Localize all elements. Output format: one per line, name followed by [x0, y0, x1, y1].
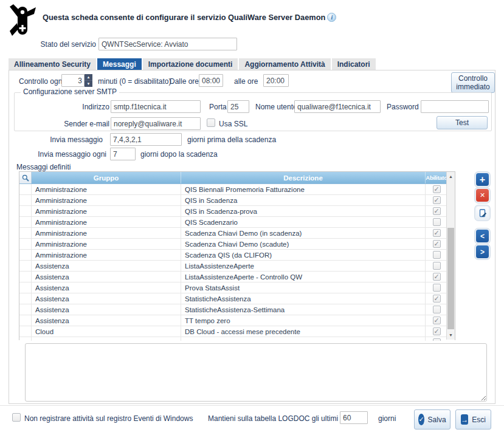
days-after-input[interactable]: [110, 148, 136, 160]
row-enabled-checkbox[interactable]: [433, 218, 441, 226]
cell-gruppo: Amministrazione: [32, 206, 181, 216]
cell-descrizione: Scadenza Chiavi Demo (scadute): [181, 239, 426, 249]
table-row[interactable]: Amministrazione QIS Biennali Promemoria …: [19, 184, 455, 195]
row-enabled-checkbox[interactable]: [433, 284, 441, 292]
cell-descrizione: QIS Scadenzario: [181, 217, 426, 227]
delete-message-button[interactable]: ✕: [476, 189, 489, 202]
cell-abilitato: ✓: [426, 326, 447, 337]
check-every-stepper[interactable]: ▲ ▼: [85, 74, 92, 87]
table-row[interactable]: Amministrazione QIS in Scadenza-prova ✓: [19, 206, 455, 217]
add-message-button[interactable]: +: [476, 173, 489, 186]
row-selector-cell: [19, 272, 32, 282]
table-row[interactable]: Cloud DB Cloud - accessi mese precedente…: [19, 326, 455, 337]
cell-descrizione: StatisticheAssistenza-Settimana: [181, 304, 426, 315]
move-right-button[interactable]: >: [476, 245, 489, 258]
cell-gruppo: Amministrazione: [32, 195, 181, 205]
column-header-abilitato[interactable]: Abilitato: [426, 172, 447, 183]
info-icon[interactable]: i: [327, 13, 336, 22]
row-enabled-checkbox[interactable]: [433, 262, 441, 270]
chevron-right-icon: >: [480, 248, 485, 256]
days-before-suffix: giorni prima della scadenza: [187, 135, 276, 144]
tab-allineamento-security[interactable]: Allineamento Security: [9, 58, 96, 71]
check-every-input[interactable]: [61, 74, 85, 87]
tab-messaggi[interactable]: Messaggi: [97, 58, 142, 71]
days-after-label: Invia messaggio ogni: [13, 150, 106, 159]
table-row[interactable]: Amministrazione Scadenza Chiavi Demo (in…: [19, 228, 455, 239]
row-enabled-checkbox[interactable]: ✓: [433, 185, 441, 193]
no-event-log-checkbox[interactable]: [12, 413, 21, 422]
service-status-field[interactable]: [98, 38, 237, 50]
cell-descrizione: [181, 337, 426, 341]
messaggi-tab-panel: Controllo ogni ▲ ▼ minuti (0 = disabilit…: [9, 70, 495, 404]
column-header-gruppo[interactable]: Gruppo: [32, 172, 181, 183]
smtp-legend: Configurazione server SMTP: [21, 87, 119, 96]
cell-descrizione: QIS in Scadenza-prova: [181, 206, 426, 216]
tab-importazione-documenti[interactable]: Importazione documenti: [143, 58, 238, 71]
sender-email-input[interactable]: [111, 117, 201, 130]
cell-descrizione: TT tempo zero: [181, 315, 426, 326]
table-row[interactable]: Amministrazione QIS in Scadenza ✓: [19, 195, 455, 206]
scrollbar-thumb[interactable]: [447, 228, 454, 329]
table-row[interactable]: Assistenza StatisticheAssistenza ✓: [19, 293, 455, 304]
smtp-password-input[interactable]: [421, 100, 489, 113]
from-hour-input[interactable]: [199, 74, 223, 87]
messages-section-label: Messaggi definiti: [16, 163, 71, 171]
table-row[interactable]: [19, 337, 455, 341]
copy-message-button[interactable]: [476, 207, 489, 219]
days-before-input[interactable]: [110, 133, 182, 146]
table-row[interactable]: Amministrazione Scadenza Chiavi Demo (sc…: [19, 239, 455, 250]
check-circle-icon: ✓: [418, 414, 424, 425]
row-enabled-checkbox[interactable]: [433, 306, 441, 313]
table-scrollbar[interactable]: ▲ ▼: [446, 172, 455, 340]
message-notes-textarea[interactable]: [25, 343, 487, 402]
use-ssl-label: Usa SSL: [219, 120, 247, 128]
save-button[interactable]: ✓ Salva: [414, 409, 450, 429]
column-header-descrizione[interactable]: Descrizione: [181, 172, 426, 183]
row-enabled-checkbox[interactable]: ✓: [433, 327, 441, 335]
move-left-button[interactable]: <: [476, 230, 489, 242]
table-row[interactable]: Amministrazione QIS Scadenzario: [19, 217, 455, 228]
cell-gruppo: Amministrazione: [32, 250, 181, 260]
cell-abilitato: [426, 217, 447, 227]
row-enabled-checkbox[interactable]: ✓: [433, 273, 441, 281]
filter-button[interactable]: [19, 172, 32, 183]
smtp-user-input[interactable]: [294, 100, 381, 113]
table-row[interactable]: Assistenza Prova StatsAssist: [19, 282, 455, 293]
table-row[interactable]: Assistenza ListaAssistenzeAperte - Contr…: [19, 272, 455, 282]
row-enabled-checkbox[interactable]: ✓: [433, 317, 441, 324]
cell-gruppo: Assistenza: [32, 293, 181, 304]
row-enabled-checkbox[interactable]: ✓: [433, 196, 441, 204]
cell-gruppo: Assistenza: [32, 304, 181, 315]
table-row[interactable]: Assistenza TT tempo zero ✓: [19, 315, 455, 326]
use-ssl-checkbox[interactable]: [207, 118, 215, 127]
row-enabled-checkbox[interactable]: ✓: [433, 207, 441, 215]
row-enabled-checkbox[interactable]: ✓: [433, 229, 441, 237]
cell-descrizione: QIS Biennali Promemoria Fatturazione: [181, 184, 426, 194]
immediate-check-button[interactable]: Controllo immediato: [451, 72, 495, 93]
tab-indicatori[interactable]: Indicatori: [332, 58, 376, 71]
stepper-up-icon[interactable]: ▲: [85, 74, 92, 80]
logdoc-days-input[interactable]: [340, 411, 368, 424]
row-enabled-checkbox[interactable]: [433, 251, 441, 259]
row-enabled-checkbox[interactable]: [433, 338, 441, 341]
stepper-down-icon[interactable]: ▼: [85, 80, 92, 87]
smtp-address-input[interactable]: [111, 100, 201, 113]
table-row[interactable]: Amministrazione Scadenza QIS (da CLIFOR): [19, 250, 455, 261]
smtp-test-button[interactable]: Test: [437, 116, 488, 129]
scroll-up-icon[interactable]: ▲: [447, 172, 455, 181]
table-row[interactable]: Assistenza ListaAssistenzeAperte: [19, 261, 455, 272]
smtp-port-input[interactable]: [227, 100, 249, 113]
table-row[interactable]: Assistenza StatisticheAssistenza-Settima…: [19, 304, 455, 315]
exit-button[interactable]: → Esci: [455, 409, 491, 429]
row-enabled-checkbox[interactable]: ✓: [433, 240, 441, 248]
row-selector-cell: [19, 206, 32, 216]
to-hour-input[interactable]: [263, 74, 289, 87]
logdoc-days-suffix: giorni: [378, 414, 396, 423]
days-before-label: Invia messaggio: [13, 135, 103, 144]
tab-aggiornamento-attivit-[interactable]: Aggiornamento Attività: [239, 58, 330, 71]
plus-icon: +: [480, 174, 485, 185]
scroll-down-icon[interactable]: ▼: [447, 330, 455, 340]
cell-descrizione: Prova StatsAssist: [181, 282, 426, 293]
row-enabled-checkbox[interactable]: ✓: [433, 295, 441, 303]
row-selector-cell: [19, 239, 32, 249]
